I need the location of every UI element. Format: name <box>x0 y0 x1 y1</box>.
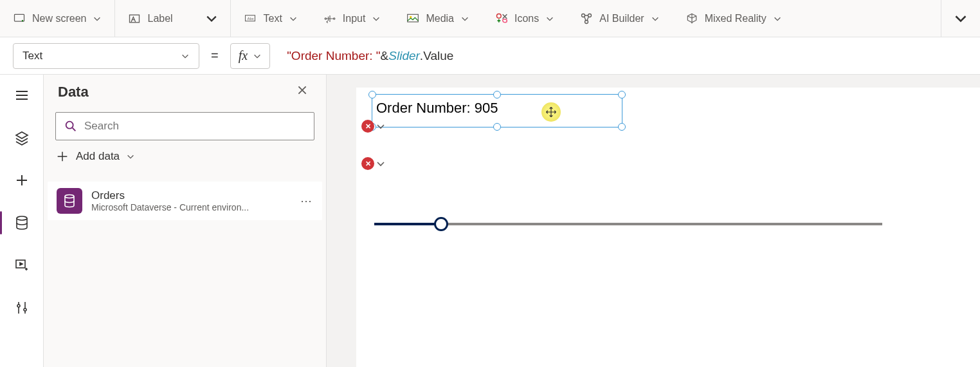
chevron-down-icon <box>954 12 967 25</box>
mixed-reality-button[interactable]: Mixed Reality <box>673 0 795 37</box>
text-icon: Abc <box>244 12 257 25</box>
search-icon <box>64 119 78 133</box>
insert-text-button[interactable]: Abc Text <box>231 0 310 37</box>
slider-track <box>374 223 882 225</box>
move-icon <box>545 106 557 118</box>
add-data-label: Add data <box>76 150 120 163</box>
formula-token-operator: & <box>381 49 389 63</box>
app-screen[interactable]: Order Number: 905 <box>356 88 980 367</box>
insert-icons-label: Icons <box>514 13 539 24</box>
ai-builder-label: AI Builder <box>599 13 644 24</box>
move-cursor-highlight <box>541 102 561 122</box>
fx-label: fx <box>239 48 248 63</box>
ribbon-overflow-button[interactable] <box>941 0 980 37</box>
datasource-more-button[interactable]: ⋯ <box>300 194 313 208</box>
close-pane-button[interactable] <box>296 84 312 100</box>
slider-thumb[interactable] <box>434 217 448 231</box>
tools-button[interactable] <box>6 292 37 323</box>
insert-media-label: Media <box>426 13 454 24</box>
insert-button[interactable] <box>6 165 37 196</box>
input-icon <box>323 12 336 25</box>
pane-title: Data <box>58 84 89 100</box>
hamburger-icon <box>14 88 30 103</box>
layers-icon <box>14 130 30 146</box>
data-button[interactable] <box>6 207 37 238</box>
database-icon <box>14 215 30 231</box>
canvas[interactable]: Order Number: 905 <box>327 75 980 367</box>
slider-control[interactable] <box>374 223 882 225</box>
chevron-down-icon <box>545 14 554 23</box>
svg-rect-6 <box>408 14 419 22</box>
chevron-down-icon <box>372 14 381 23</box>
error-badge[interactable] <box>361 157 374 170</box>
resize-handle[interactable] <box>493 123 501 131</box>
svg-point-17 <box>65 195 74 198</box>
chevron-down-icon <box>181 52 190 61</box>
insert-input-button[interactable]: Input <box>311 0 394 37</box>
label-dropdown-label: Label <box>147 13 172 24</box>
add-data-button[interactable]: Add data <box>55 149 314 164</box>
main-area: Data Add data Orders Microsoft Dataverse… <box>0 75 980 367</box>
label-icon <box>128 12 141 25</box>
icons-icon <box>495 12 508 25</box>
media-button[interactable] <box>6 250 37 281</box>
property-picker-value: Text <box>23 50 42 62</box>
chevron-down-icon[interactable] <box>376 121 386 131</box>
insert-text-label: Text <box>263 13 282 24</box>
chevron-down-icon <box>253 52 262 61</box>
insert-icons-button[interactable]: Icons <box>482 0 567 37</box>
chevron-down-icon <box>460 14 469 23</box>
data-pane: Data Add data Orders Microsoft Dataverse… <box>44 75 327 367</box>
chevron-down-icon[interactable] <box>376 158 386 169</box>
hamburger-button[interactable] <box>6 80 37 111</box>
resize-handle[interactable] <box>618 91 626 99</box>
datasource-item[interactable]: Orders Microsoft Dataverse - Current env… <box>48 182 322 220</box>
svg-point-12 <box>17 216 27 220</box>
formula-token-string: "Order Number: " <box>287 49 380 63</box>
tree-view-button[interactable] <box>6 122 37 153</box>
selected-label-control[interactable]: Order Number: 905 <box>372 94 622 127</box>
chevron-down-icon <box>206 13 217 24</box>
tools-icon <box>14 300 30 315</box>
new-screen-button[interactable]: New screen <box>0 0 115 37</box>
chevron-down-icon <box>93 14 102 23</box>
mixed-reality-icon <box>685 12 698 25</box>
formula-bar: Text = fx "Order Number: " & Slider .Val… <box>0 37 980 75</box>
error-badge[interactable] <box>361 120 374 133</box>
ai-builder-icon <box>580 12 593 25</box>
equals-sign: = <box>208 48 221 63</box>
chevron-down-icon <box>289 14 298 23</box>
mixed-reality-label: Mixed Reality <box>705 13 767 24</box>
ribbon: New screen Label Abc Text Input Media Ic… <box>0 0 980 37</box>
resize-handle[interactable] <box>618 123 626 131</box>
datasource-subtitle: Microsoft Dataverse - Current environ... <box>91 202 284 212</box>
label-dropdown[interactable]: Label <box>115 0 231 37</box>
svg-point-8 <box>497 14 502 18</box>
svg-point-11 <box>585 20 588 23</box>
resize-handle[interactable] <box>368 91 376 99</box>
svg-point-15 <box>24 308 26 311</box>
datasource-name: Orders <box>91 189 291 202</box>
screen-icon <box>13 12 26 25</box>
media-panel-icon <box>14 258 30 273</box>
slider-fill <box>374 223 441 225</box>
insert-media-button[interactable]: Media <box>394 0 482 37</box>
resize-handle[interactable] <box>493 91 501 99</box>
media-icon <box>406 12 419 25</box>
svg-text:Abc: Abc <box>248 16 254 20</box>
svg-point-16 <box>66 122 73 129</box>
search-input[interactable] <box>84 120 306 133</box>
svg-point-5 <box>333 17 335 19</box>
property-picker[interactable]: Text <box>13 43 199 69</box>
chevron-down-icon <box>126 152 135 161</box>
plus-icon <box>14 173 30 188</box>
close-icon <box>296 84 308 96</box>
formula-token-variable: Slider <box>388 49 420 63</box>
ai-builder-button[interactable]: AI Builder <box>567 0 672 37</box>
fx-button[interactable]: fx <box>230 43 270 69</box>
plus-icon <box>55 149 69 164</box>
dataverse-icon <box>57 188 82 214</box>
formula-input[interactable]: "Order Number: " & Slider .Value <box>279 43 967 69</box>
search-box[interactable] <box>55 112 314 140</box>
chevron-down-icon <box>651 14 660 23</box>
